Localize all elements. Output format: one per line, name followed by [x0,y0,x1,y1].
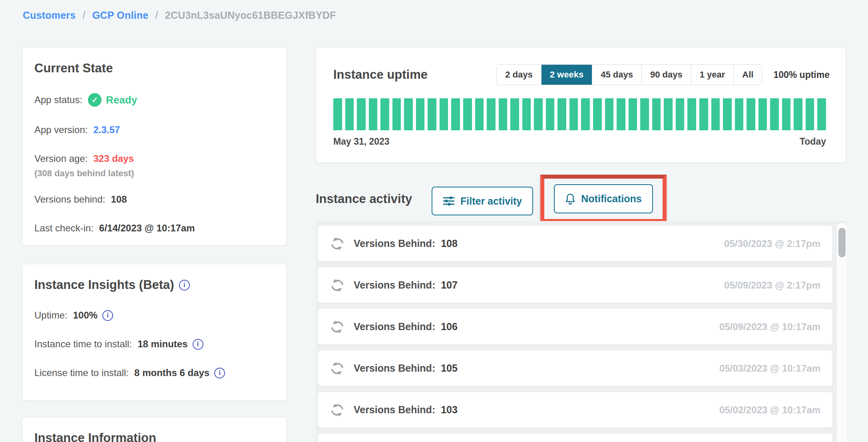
uptime-bar [475,98,484,130]
uptime-end-date-label: Today [800,136,826,147]
uptime-bar [770,98,779,130]
uptime-bar [416,98,425,130]
instance-information-title: Instance Information [34,431,275,442]
activity-row-value: 107 [441,279,458,291]
last-checkin-label: Last check-in: [34,223,94,234]
notifications-label: Notifications [581,193,641,205]
version-age-note: (308 days behind latest) [34,168,275,179]
uptime-bar [428,98,436,130]
uptime-range-tab-90-days[interactable]: 90 days [641,65,691,85]
versions-behind-row: Versions behind: 108 [34,194,275,205]
uptime-range-tab-2-days[interactable]: 2 days [497,65,541,85]
last-checkin-value: 6/14/2023 @ 10:17am [99,223,195,234]
instance-uptime-title: Instance uptime [333,68,428,82]
uptime-bar [440,98,448,130]
instance-time-to-install-value: 18 minutes [137,338,187,350]
activity-row-timestamp: 05/09/2023 @ 2:17pm [724,280,820,291]
bell-icon [565,193,575,205]
versions-behind-value: 108 [111,194,127,205]
uptime-bar [510,98,519,130]
info-icon[interactable]: i [214,368,225,378]
uptime-bar [546,98,555,130]
activity-row-timestamp: 05/09/2023 @ 10:17am [719,321,820,332]
uptime-bar [463,98,472,130]
instance-uptime-header: Instance uptime 2 days2 weeks45 days90 d… [333,64,830,85]
uptime-bar [794,98,802,130]
instance-information-card: Instance Information [22,417,287,442]
uptime-bar [333,98,342,130]
activity-rows-container: Versions Behind:10805/30/2023 @ 2:17pmVe… [316,226,848,442]
current-state-title: Current State [34,61,275,76]
uptime-start-date-label: May 31, 2023 [333,136,390,147]
uptime-bar [699,98,708,130]
uptime-row: Uptime: 100% i [34,310,275,321]
current-state-card: Current State App status: ✓ Ready App ve… [22,47,287,246]
info-icon[interactable]: i [179,280,190,291]
app-version-row: App version: 2.3.57 [34,124,275,135]
uptime-bar [676,98,685,130]
app-version-label: App version: [34,124,88,135]
uptime-bar [522,98,531,130]
instance-activity-list[interactable]: Versions Behind:10805/30/2023 @ 2:17pmVe… [316,221,848,442]
uptime-bar [569,98,578,130]
uptime-bar [534,98,543,130]
last-checkin-row: Last check-in: 6/14/2023 @ 10:17am [34,223,275,234]
instance-activity-title: Instance activity [316,192,412,206]
app-status-value: Ready [106,94,137,106]
uptime-bar [723,98,732,130]
uptime-bar [499,98,508,130]
scrollbar-track[interactable] [836,223,848,442]
check-circle-icon: ✓ [88,93,102,107]
activity-row-label: Versions Behind: [354,362,435,374]
scrollbar-thumb[interactable] [838,228,846,257]
activity-row-label: Versions Behind: [354,321,435,332]
breadcrumb-current-instance-id: 2CU3nL3saUNyoc61BBEGJXfBYDF [165,10,336,21]
uptime-bar [687,98,696,130]
breadcrumb-link-gcp-online[interactable]: GCP Online [92,10,148,21]
activity-row-timestamp: 05/30/2023 @ 2:17pm [724,238,820,249]
license-time-to-install-value: 8 months 6 days [134,367,209,378]
info-icon[interactable]: i [193,339,203,350]
info-icon[interactable]: i [102,310,113,321]
instance-insights-card: Instance Insights (Beta) i Uptime: 100% … [22,264,287,401]
activity-row: Versions Behind:10605/09/2023 @ 10:17am [318,309,832,344]
uptime-bar [369,98,378,130]
notifications-button[interactable]: Notifications [554,184,653,213]
instance-time-to-install-label: Instance time to install: [34,338,132,350]
uptime-bar [747,98,755,130]
versions-behind-label: Versions behind: [34,194,105,205]
version-age-label: Version age: [34,153,88,164]
filter-sliders-icon [443,196,455,206]
sync-icon [330,278,345,293]
uptime-bar [759,98,767,130]
breadcrumb-link-customers[interactable]: Customers [23,10,76,21]
uptime-range-tab-2-weeks[interactable]: 2 weeks [541,65,592,85]
uptime-bar [404,98,413,130]
uptime-range-tab-1-year[interactable]: 1 year [691,65,734,85]
sync-icon [330,361,345,376]
uptime-axis-labels: May 31, 2023 Today [333,136,826,147]
uptime-range-tab-45-days[interactable]: 45 days [592,65,641,85]
activity-row-label: Versions Behind: [354,238,435,249]
activity-row-value: 105 [441,362,458,374]
activity-row-value: 108 [441,238,458,249]
instance-time-to-install-row: Instance time to install: 18 minutes i [34,338,275,350]
uptime-bar [782,98,791,130]
instance-insights-title: Instance Insights (Beta) [34,278,174,292]
filter-activity-button[interactable]: Filter activity [432,187,533,215]
uptime-bar [711,98,720,130]
uptime-range-tab-all[interactable]: All [733,65,762,85]
activity-row-value: 106 [441,321,458,332]
uptime-label: Uptime: [34,310,68,321]
uptime-bar [581,98,590,130]
uptime-bar [357,98,366,130]
license-time-to-install-row: License time to install: 8 months 6 days… [34,367,275,378]
uptime-bar [735,98,744,130]
instance-insights-title-row: Instance Insights (Beta) i [34,278,275,292]
uptime-bar [664,98,673,130]
uptime-bar [652,98,661,130]
uptime-bar [817,98,826,130]
app-version-value: 2.3.57 [93,124,120,135]
uptime-bar [451,98,460,130]
uptime-bar [806,98,814,130]
